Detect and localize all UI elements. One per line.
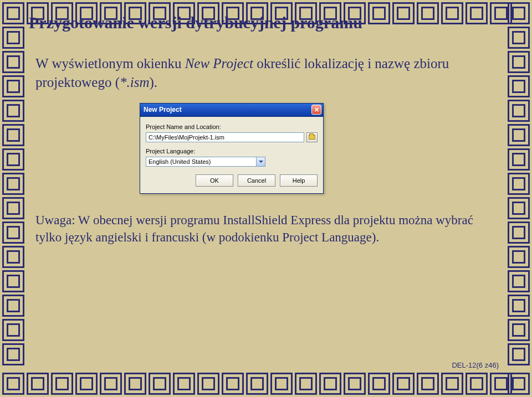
note-suffix: ).: [372, 230, 379, 244]
folder-icon: [309, 135, 315, 140]
project-path-input[interactable]: [146, 132, 304, 142]
help-button[interactable]: Help: [280, 174, 318, 187]
ok-button[interactable]: OK: [196, 174, 233, 187]
slide-content: Przygotowanie wersji dytrybucyjnej progr…: [29, 11, 503, 368]
body-prefix: W wyświetlonym okienku: [35, 56, 185, 71]
language-combobox[interactable]: English (United States): [146, 157, 265, 167]
note-paragraph: Uwaga: W obecnej wersji programu Install…: [35, 212, 497, 246]
body-em-ext: *.ism: [120, 75, 149, 90]
language-selected-value: English (United States): [146, 158, 256, 165]
note-em: Project Language: [282, 230, 372, 244]
dialog-title: New Project: [144, 106, 311, 114]
chevron-down-icon: [256, 157, 265, 166]
body-em-newproject: New Project: [185, 56, 253, 71]
dialog-body: Project Name and Location: Project Langu…: [140, 117, 323, 193]
body-suffix: ).: [150, 75, 158, 90]
body-paragraph: W wyświetlonym okienku New Project okreś…: [35, 54, 497, 92]
new-project-dialog: New Project ✕ Project Name and Location:…: [140, 103, 324, 194]
slide-footer: DEL-12(6 z46): [452, 361, 499, 369]
cancel-button[interactable]: Cancel: [238, 174, 275, 187]
dialog-titlebar[interactable]: New Project ✕: [140, 104, 323, 117]
dialog-button-row: OK Cancel Help: [146, 172, 318, 188]
label-project-location: Project Name and Location:: [146, 123, 318, 130]
close-icon[interactable]: ✕: [311, 105, 321, 115]
page-title: Przygotowanie wersji dytrybucyjnej progr…: [29, 13, 503, 32]
note-prefix: Uwaga: W obecnej wersji programu Install…: [35, 213, 473, 244]
label-project-language: Project Language:: [146, 148, 318, 154]
browse-button[interactable]: [306, 132, 318, 142]
